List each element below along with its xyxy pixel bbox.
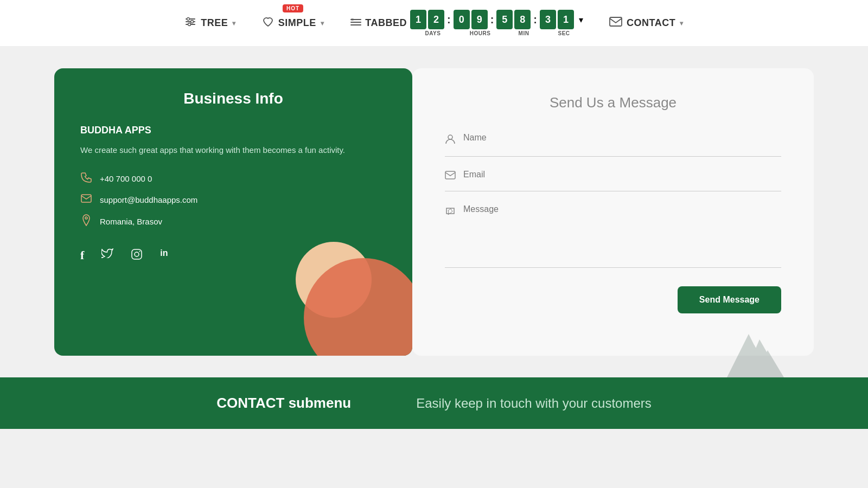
nav-tabbed[interactable]: TABBED 1 2 : 0 9 : 5 8 : bbox=[350, 10, 583, 36]
svg-rect-11 bbox=[81, 195, 91, 202]
contact-mail-icon bbox=[609, 17, 622, 29]
day-1: 1 bbox=[410, 10, 426, 29]
svg-rect-10 bbox=[610, 17, 622, 26]
email-icon bbox=[80, 194, 92, 206]
sep-1: : bbox=[447, 14, 451, 26]
svg-point-5 bbox=[188, 23, 191, 26]
sep-2: : bbox=[490, 14, 494, 26]
twitter-icon[interactable] bbox=[101, 248, 113, 263]
phone-item: +40 700 000 0 bbox=[80, 172, 386, 185]
hours-group: 0 9 bbox=[454, 10, 488, 29]
hot-badge: HOT bbox=[283, 4, 303, 12]
hour-2: 9 bbox=[471, 10, 488, 29]
business-description: We create such great apps that working w… bbox=[80, 144, 386, 157]
footer-bar: CONTACT submenu Easily keep in touch wit… bbox=[0, 377, 868, 429]
message-input[interactable] bbox=[463, 204, 781, 259]
days-label: DAYS bbox=[416, 30, 450, 36]
svg-point-16 bbox=[448, 135, 452, 139]
message-icon bbox=[445, 207, 456, 220]
contact-chevron: ▾ bbox=[680, 20, 684, 27]
name-field-wrapper bbox=[445, 133, 781, 157]
business-card: Business Info BUDDHA APPS We create such… bbox=[54, 68, 412, 356]
phone-icon bbox=[80, 172, 92, 185]
countdown-chevron[interactable]: ▾ bbox=[579, 15, 583, 25]
footer-title: CONTACT submenu bbox=[216, 395, 351, 412]
svg-point-15 bbox=[139, 251, 141, 252]
svg-point-12 bbox=[85, 217, 87, 219]
email-field-wrapper bbox=[445, 170, 781, 191]
business-card-title: Business Info bbox=[80, 90, 386, 107]
tree-chevron: ▾ bbox=[232, 20, 236, 27]
sec-label: SEC bbox=[551, 30, 578, 36]
tabbed-label: TABBED bbox=[365, 17, 407, 29]
nav-simple[interactable]: HOT SIMPLE ▾ bbox=[262, 16, 324, 30]
contact-label: CONTACT bbox=[627, 17, 675, 29]
svg-rect-17 bbox=[445, 171, 455, 179]
linkedin-icon[interactable]: in bbox=[160, 248, 168, 263]
seconds-group: 3 1 bbox=[540, 10, 574, 29]
nav-contact[interactable]: CONTACT ▾ bbox=[609, 17, 684, 29]
tree-icon bbox=[184, 16, 196, 30]
navbar: TREE ▾ HOT SIMPLE ▾ TABBED 1 bbox=[0, 0, 868, 47]
instagram-icon[interactable] bbox=[131, 248, 143, 263]
svg-point-14 bbox=[135, 252, 139, 256]
minutes-group: 5 8 bbox=[496, 10, 531, 29]
send-message-button[interactable]: Send Message bbox=[678, 286, 781, 313]
day-2: 2 bbox=[428, 10, 444, 29]
location-icon bbox=[80, 214, 92, 229]
simple-chevron: ▾ bbox=[321, 20, 324, 27]
email-input[interactable] bbox=[463, 170, 781, 179]
tabbed-icon bbox=[350, 17, 362, 29]
days-group: 1 2 bbox=[410, 10, 444, 29]
min-2: 8 bbox=[514, 10, 531, 29]
nav-tree[interactable]: TREE ▾ bbox=[184, 16, 236, 30]
countdown: 1 2 : 0 9 : 5 8 : 3 1 ▾ bbox=[410, 10, 583, 36]
tree-label: TREE bbox=[201, 17, 228, 29]
email-address: support@buddhaapps.com bbox=[100, 195, 197, 204]
svg-rect-9 bbox=[351, 18, 354, 20]
footer-subtitle: Easily keep in touch with your customers bbox=[416, 396, 652, 411]
min-1: 5 bbox=[496, 10, 513, 29]
name-icon bbox=[445, 134, 456, 147]
email-item: support@buddhaapps.com bbox=[80, 194, 386, 206]
main-content: Business Info BUDDHA APPS We create such… bbox=[0, 47, 868, 377]
location-item: Romania, Brasov bbox=[80, 214, 386, 229]
name-input[interactable] bbox=[463, 133, 781, 143]
sec-2: 1 bbox=[558, 10, 574, 29]
sep-3: : bbox=[533, 14, 537, 26]
simple-label: SIMPLE bbox=[278, 17, 316, 29]
hours-label: HOURS bbox=[463, 30, 497, 36]
min-label: MIN bbox=[510, 30, 538, 36]
facebook-icon[interactable]: f bbox=[80, 248, 84, 263]
form-title: Send Us a Message bbox=[445, 94, 781, 111]
message-field-wrapper bbox=[445, 204, 781, 268]
email-form-icon bbox=[445, 171, 456, 182]
svg-point-3 bbox=[187, 18, 190, 21]
svg-rect-13 bbox=[132, 249, 142, 259]
sec-1: 3 bbox=[540, 10, 556, 29]
phone-number: +40 700 000 0 bbox=[100, 174, 152, 183]
svg-point-4 bbox=[191, 21, 194, 23]
hour-1: 0 bbox=[454, 10, 470, 29]
location-text: Romania, Brasov bbox=[100, 217, 162, 226]
mountains-decoration bbox=[694, 312, 803, 377]
company-name: BUDDHA APPS bbox=[80, 125, 386, 136]
heart-icon bbox=[262, 16, 274, 30]
